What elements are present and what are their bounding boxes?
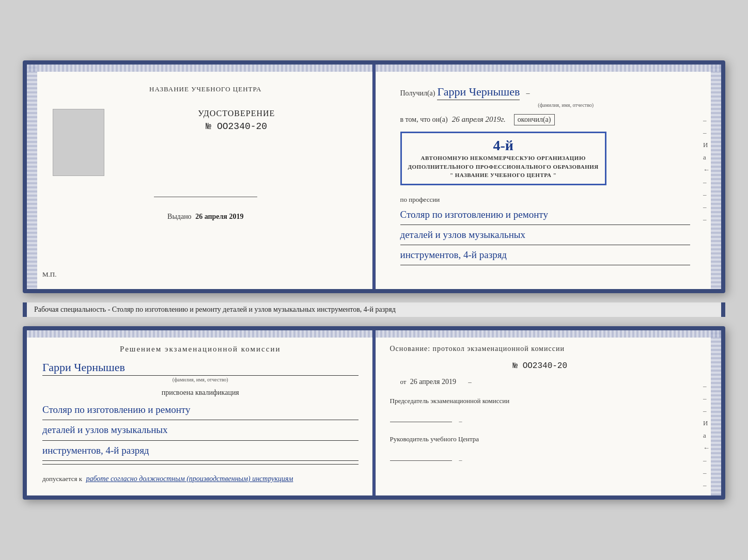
mp-label: М.П. xyxy=(42,270,56,279)
qual-line1: Столяр по изготовлению и ремонту xyxy=(42,401,359,420)
profession-line2: деталей и узлов музыкальных xyxy=(400,226,691,245)
top-left-page: НАЗВАНИЕ УЧЕБНОГО ЦЕНТРА УДОСТОВЕРЕНИЕ №… xyxy=(27,65,375,289)
rukovoditel-sig-line xyxy=(390,460,452,461)
stamp-line3: " НАЗВАНИЕ УЧЕБНОГО ЦЕНТРА " xyxy=(408,171,599,180)
photo-placeholder xyxy=(53,109,104,176)
bottom-right-page: Основание: протокол экзаменационной коми… xyxy=(375,330,722,495)
vtom-label: в том, что он(а) xyxy=(400,116,448,124)
prisvoena-label: присвоена квалификация xyxy=(42,389,359,397)
ot-line: от 26 апреля 2019 – xyxy=(390,378,691,386)
bottom-qualification-block: Столяр по изготовлению и ремонту деталей… xyxy=(42,401,359,465)
bottom-right-content: Основание: протокол экзаменационной коми… xyxy=(390,345,706,463)
recipient-line: Получил(а) Гарри Чернышев – xyxy=(400,85,691,100)
profession-block: Столяр по изготовлению и ремонту деталей… xyxy=(400,206,691,266)
bottom-document-spread: Решением экзаменационной комиссии Гарри … xyxy=(23,326,725,500)
bottom-right-edge: – – – И а ← – – – – xyxy=(703,382,710,500)
cert-label: УДОСТОВЕРЕНИЕ xyxy=(198,109,275,118)
vtom-line: в том, что он(а) 26 апреля 2019г. окончи… xyxy=(400,114,691,125)
top-document-spread: НАЗВАНИЕ УЧЕБНОГО ЦЕНТРА УДОСТОВЕРЕНИЕ №… xyxy=(23,60,725,293)
bottom-fio-sublabel: (фамилия, имя, отчество) xyxy=(42,377,359,382)
rukovoditel-block: Руководитель учебного Центра – xyxy=(390,435,691,463)
ot-label: от xyxy=(400,378,407,386)
predsedatel-block: Председатель экзаменационной комиссии – xyxy=(390,396,691,425)
stamp-line1: АВТОНОМНУЮ НЕКОММЕРЧЕСКУЮ ОРГАНИЗАЦИЮ xyxy=(408,154,599,163)
okonchil-label: окончил(а) xyxy=(514,114,555,125)
top-right-page: Получил(а) Гарри Чернышев – (фамилия, им… xyxy=(375,65,722,289)
qual-line2: деталей и узлов музыкальных xyxy=(42,421,359,440)
right-edge-dashes: – – И а ← – – – – xyxy=(703,116,710,223)
ot-date: 26 апреля 2019 xyxy=(410,378,456,386)
bottom-fio-block: Гарри Чернышев (фамилия, имя, отчество) xyxy=(42,361,359,382)
dopusk-value: работе согласно должностным (производств… xyxy=(86,475,293,483)
number-block: № OO2340-20 xyxy=(390,361,691,371)
stamp-line2: ДОПОЛНИТЕЛЬНОГО ПРОФЕССИОНАЛЬНОГО ОБРАЗО… xyxy=(408,163,599,171)
recipient-name: Гарри Чернышев xyxy=(437,85,520,100)
description-text: Рабочая специальность - Столяр по изгото… xyxy=(34,306,396,313)
right-page-content: Получил(а) Гарри Чернышев – (фамилия, им… xyxy=(390,80,706,277)
issued-date: 26 апреля 2019 xyxy=(195,213,243,220)
cert-number: № OO2340-20 xyxy=(206,121,267,132)
predsedatel-sig-line xyxy=(390,422,452,422)
poluchil-label: Получил(а) xyxy=(400,89,435,98)
vtom-date: 26 апреля 2019г. xyxy=(452,115,506,124)
stamp-number: 4-й xyxy=(408,137,599,154)
bottom-left-content: Решением экзаменационной комиссии Гарри … xyxy=(42,345,359,483)
description-bar: Рабочая специальность - Столяр по изгото… xyxy=(23,302,725,317)
center-title: НАЗВАНИЕ УЧЕБНОГО ЦЕНТРА xyxy=(149,85,261,93)
left-page-content: НАЗВАНИЕ УЧЕБНОГО ЦЕНТРА УДОСТОВЕРЕНИЕ №… xyxy=(42,80,359,277)
rukovoditel-label: Руководитель учебного Центра xyxy=(390,435,691,444)
issued-line: Выдано 26 апреля 2019 xyxy=(154,213,257,221)
fio-sublabel: (фамилия, имя, отчество) xyxy=(442,102,691,108)
resheniye-label: Решением экзаменационной комиссии xyxy=(42,345,359,354)
profession-line3: инструментов, 4-й разряд xyxy=(400,246,691,265)
osnovaniye-label: Основание: протокол экзаменационной коми… xyxy=(390,345,691,353)
predsedatel-label: Председатель экзаменационной комиссии xyxy=(390,396,691,406)
dopuskaetsya-block: допускается к работе согласно должностны… xyxy=(42,475,359,483)
profession-line1: Столяр по изготовлению и ремонту xyxy=(400,206,691,225)
qual-line3: инструментов, 4-й разряд xyxy=(42,442,359,461)
dopuskaetsya-label: допускается к xyxy=(42,475,82,483)
po-professii-label: по профессии xyxy=(400,196,691,204)
cert-info: УДОСТОВЕРЕНИЕ № OO2340-20 xyxy=(115,109,359,142)
protocol-number: № OO2340-20 xyxy=(390,361,691,371)
bottom-left-page: Решением экзаменационной комиссии Гарри … xyxy=(27,330,375,495)
bottom-fio-name: Гарри Чернышев xyxy=(42,361,359,376)
issued-label: Выдано xyxy=(167,213,192,220)
left-main-area: УДОСТОВЕРЕНИЕ № OO2340-20 xyxy=(53,109,359,181)
stamp-area: 4-й АВТОНОМНУЮ НЕКОММЕРЧЕСКУЮ ОРГАНИЗАЦИ… xyxy=(400,132,606,185)
